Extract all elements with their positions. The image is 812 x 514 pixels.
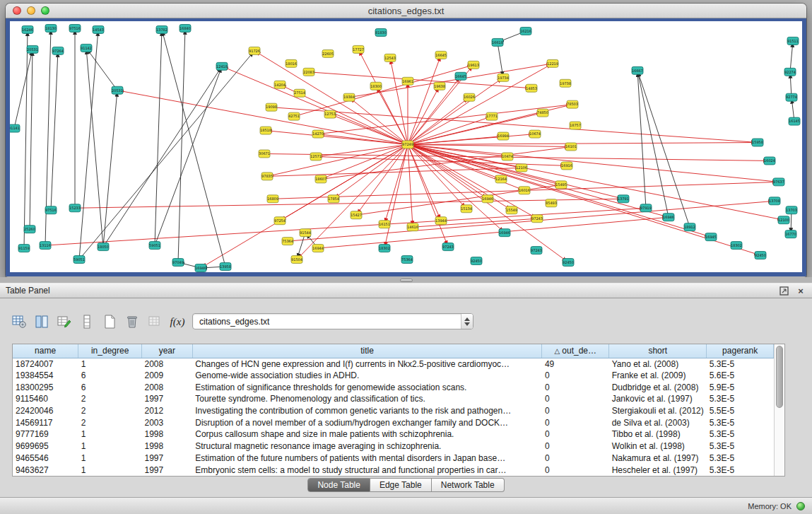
network-canvas[interactable]: 9724916961196381602617771169941047412164… <box>10 21 802 272</box>
graph-node[interactable]: 16961 <box>402 77 413 85</box>
graph-node[interactable]: 16101 <box>565 143 577 151</box>
graph-node[interactable]: 16024 <box>764 157 775 165</box>
graph-node[interactable]: 92450 <box>471 257 482 265</box>
graph-node[interactable]: 12164 <box>495 175 507 183</box>
graph-node[interactable]: 16667 <box>632 66 643 74</box>
graph-node[interactable]: 91544 <box>300 229 311 237</box>
table-scrollbar[interactable] <box>774 344 784 476</box>
graph-node[interactable]: 92450 <box>563 259 574 267</box>
graph-node[interactable]: 18607 <box>315 175 326 183</box>
graph-node[interactable]: 13944 <box>435 217 447 225</box>
graph-node[interactable]: 12571 <box>310 153 322 160</box>
graph-node[interactable]: 14853 <box>526 84 537 92</box>
tab-edge-table[interactable]: Edge Table <box>370 478 432 492</box>
float-panel-icon[interactable] <box>778 285 789 296</box>
graph-node[interactable]: 97249 <box>402 141 413 148</box>
tab-network-table[interactable]: Network Table <box>432 478 505 492</box>
table-row[interactable]: 977716911998Corpus callosum shape and si… <box>13 428 774 440</box>
graph-node[interactable]: 15427 <box>351 211 362 219</box>
graph-node[interactable]: 10674 <box>529 130 541 138</box>
graph-node[interactable]: 91142 <box>81 44 92 52</box>
close-panel-icon[interactable]: × <box>795 285 806 296</box>
graph-node[interactable]: 16016 <box>519 187 530 194</box>
graph-node[interactable]: 22605 <box>322 49 334 57</box>
graph-node[interactable]: 19734 <box>498 74 509 81</box>
graph-node[interactable]: 97254 <box>274 217 286 225</box>
table-sheet-selector[interactable]: citations_edges.txt <box>192 313 473 329</box>
graph-node[interactable]: 16946 <box>482 195 493 203</box>
zoom-window-button[interactable] <box>41 6 49 15</box>
graph-node[interactable]: 91511 <box>787 37 799 45</box>
graph-node[interactable]: 12106 <box>516 164 527 172</box>
graph-node[interactable]: 18302 <box>379 245 390 252</box>
graph-node[interactable]: 16618 <box>492 38 503 46</box>
graph-node[interactable]: 16945 <box>705 233 717 241</box>
graph-node[interactable]: 85493 <box>546 199 557 207</box>
import-table-icon[interactable] <box>146 313 164 331</box>
graph-node[interactable]: 14616 <box>407 223 418 231</box>
table-row[interactable]: 1872400712008Changes of HCN gene express… <box>13 358 774 370</box>
graph-node[interactable]: 17727 <box>353 45 364 53</box>
column-header-title[interactable]: title <box>192 344 542 358</box>
graph-node[interactable]: 14270 <box>312 130 324 138</box>
graph-node[interactable]: 91504 <box>291 256 302 264</box>
graph-node[interactable]: 91141 <box>10 124 20 132</box>
graph-node[interactable]: 15233 <box>69 204 81 212</box>
graph-node[interactable]: 16145 <box>789 117 800 125</box>
graph-node[interactable]: 19384 <box>343 93 355 101</box>
graph-node[interactable]: 12418 <box>216 62 228 70</box>
graph-node[interactable]: 97516 <box>69 24 81 32</box>
graph-node[interactable]: 92274 <box>784 68 796 76</box>
graph-node[interactable]: 97243 <box>442 243 454 251</box>
graph-node[interactable]: 16216 <box>520 27 531 35</box>
close-window-button[interactable] <box>13 6 21 15</box>
graph-node[interactable]: 97919 <box>640 204 652 212</box>
graph-node[interactable]: 16946 <box>195 264 206 272</box>
row-height-icon[interactable] <box>78 313 96 331</box>
graph-node[interactable]: 18518 <box>260 127 271 134</box>
table-row[interactable]: 1830029562008Estimation of significance … <box>13 381 774 393</box>
function-builder-icon[interactable]: f(x) <box>168 313 187 331</box>
minimize-window-button[interactable] <box>27 6 35 15</box>
graph-node[interactable]: 17771 <box>486 112 498 120</box>
graph-node[interactable]: 97243 <box>531 247 542 255</box>
graph-node[interactable]: 16916 <box>561 162 572 170</box>
graph-node[interactable]: 12100 <box>778 216 789 224</box>
column-header-out_degree[interactable]: △out_de… <box>542 344 609 358</box>
table-row[interactable]: 969969511998Structural magnetic resonanc… <box>13 440 774 452</box>
graph-node[interactable]: 18912 <box>684 223 695 231</box>
graph-node[interactable]: 13958 <box>220 263 231 271</box>
graph-node[interactable]: 15134 <box>461 205 472 213</box>
graph-node[interactable]: 18300 <box>370 82 382 90</box>
graph-node[interactable]: 59051 <box>149 242 160 250</box>
show-columns-icon[interactable] <box>33 313 51 331</box>
graph-node[interactable]: 18016 <box>286 59 297 67</box>
graph-node[interactable]: 91726 <box>249 47 260 54</box>
graph-node[interactable]: 42751 <box>288 112 300 120</box>
graph-node[interactable]: 13782 <box>156 25 167 33</box>
graph-node[interactable]: 16994 <box>498 132 509 140</box>
graph-node[interactable]: 19613 <box>468 61 479 69</box>
graph-node[interactable]: 97264 <box>52 47 64 54</box>
graph-node[interactable]: 22083 <box>303 68 314 76</box>
table-row[interactable]: 2242004622012Investigating the contribut… <box>13 405 774 417</box>
column-header-short[interactable]: short <box>609 344 707 358</box>
graph-node[interactable]: 17854 <box>328 195 339 203</box>
graph-node[interactable]: 16809 <box>267 195 278 203</box>
graph-node[interactable]: 12219 <box>547 59 558 67</box>
graph-node[interactable]: 14204 <box>274 81 286 88</box>
graph-node[interactable]: 15495 <box>555 181 567 189</box>
edit-table-icon[interactable] <box>55 313 73 331</box>
graph-node[interactable]: 13703 <box>786 206 797 214</box>
graph-node[interactable]: 97049 <box>172 259 184 267</box>
graph-node[interactable]: 18050 <box>98 243 109 251</box>
graph-node[interactable]: 20531 <box>112 86 123 94</box>
graph-node[interactable]: 19738 <box>560 79 571 87</box>
graph-node[interactable]: 78503 <box>567 100 578 108</box>
tab-node-table[interactable]: Node Table <box>307 478 370 492</box>
column-header-pagerank[interactable]: pagerank <box>707 344 774 358</box>
panel-splitter[interactable] <box>0 277 812 283</box>
graph-node[interactable]: 10474 <box>502 153 513 160</box>
column-header-name[interactable]: name <box>13 344 78 358</box>
graph-node[interactable]: 92774 <box>786 93 797 101</box>
